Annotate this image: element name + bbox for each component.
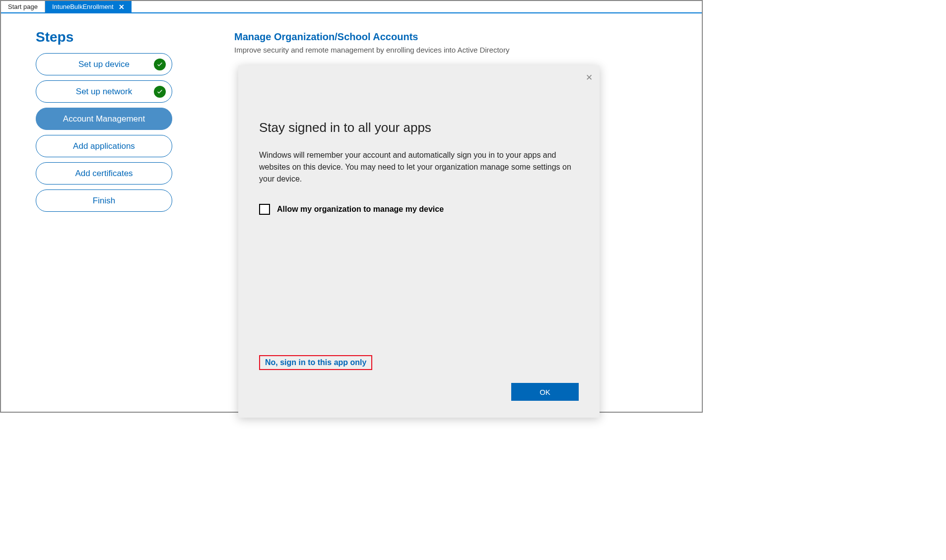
step-label: Account Management xyxy=(63,114,145,124)
step-label: Add applications xyxy=(73,141,135,151)
signin-app-only-link[interactable]: No, sign in to this app only xyxy=(259,355,372,370)
step-setup-device[interactable]: Set up device xyxy=(36,53,172,75)
tab-label: Start page xyxy=(8,3,38,10)
signin-dialog: ✕ Stay signed in to all your apps Window… xyxy=(238,65,600,418)
app-window: Start page IntuneBulkEnrollment ✕ Steps … xyxy=(0,0,703,413)
tab-label: IntuneBulkEnrollment xyxy=(52,3,114,10)
manage-device-checkbox[interactable] xyxy=(259,204,270,215)
checkmark-icon xyxy=(154,59,166,70)
ok-button[interactable]: OK xyxy=(511,383,579,401)
step-finish[interactable]: Finish xyxy=(36,189,172,212)
step-add-applications[interactable]: Add applications xyxy=(36,135,172,157)
step-account-management[interactable]: Account Management xyxy=(36,108,172,130)
close-icon[interactable]: ✕ xyxy=(119,3,125,11)
page-title: Manage Organization/School Accounts xyxy=(234,31,684,43)
checkbox-label: Allow my organization to manage my devic… xyxy=(277,205,444,214)
dialog-title: Stay signed in to all your apps xyxy=(259,120,579,135)
dialog-footer: No, sign in to this app only OK xyxy=(238,355,600,418)
step-setup-network[interactable]: Set up network xyxy=(36,80,172,103)
steps-title: Steps xyxy=(36,29,180,45)
tab-intune-bulk-enrollment[interactable]: IntuneBulkEnrollment ✕ xyxy=(45,1,132,12)
checkbox-row: Allow my organization to manage my devic… xyxy=(259,204,579,215)
step-add-certificates[interactable]: Add certificates xyxy=(36,162,172,185)
page-description: Improve security and remote management b… xyxy=(234,46,684,54)
step-label: Add certificates xyxy=(75,169,133,179)
content-area: Steps Set up device Set up network Accou… xyxy=(1,13,702,412)
step-label: Set up device xyxy=(78,60,130,69)
dialog-body: Stay signed in to all your apps Windows … xyxy=(238,65,600,355)
sidebar: Steps Set up device Set up network Accou… xyxy=(1,29,180,412)
close-icon[interactable]: ✕ xyxy=(586,72,593,83)
tab-start-page[interactable]: Start page xyxy=(1,1,45,12)
tabs-bar: Start page IntuneBulkEnrollment ✕ xyxy=(1,1,702,13)
step-label: Finish xyxy=(93,196,115,206)
dialog-text: Windows will remember your account and a… xyxy=(259,149,579,185)
step-label: Set up network xyxy=(76,87,132,97)
checkmark-icon xyxy=(154,86,166,98)
